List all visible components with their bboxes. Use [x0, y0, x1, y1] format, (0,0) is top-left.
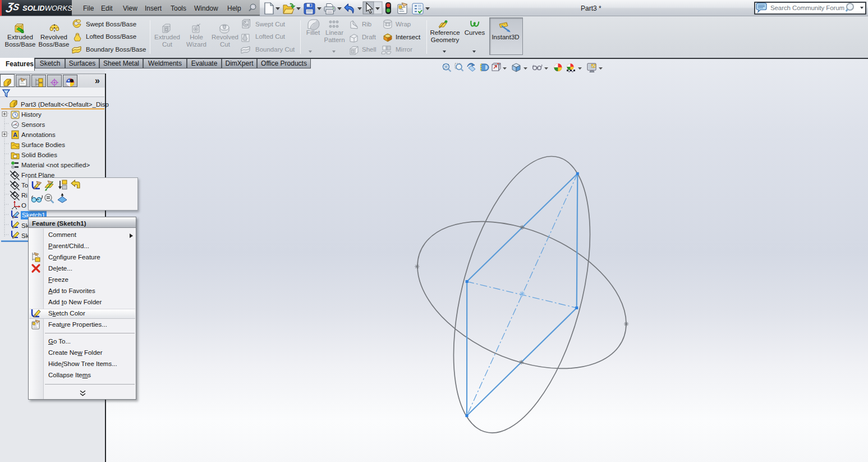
svg-text:A: A — [13, 131, 17, 138]
